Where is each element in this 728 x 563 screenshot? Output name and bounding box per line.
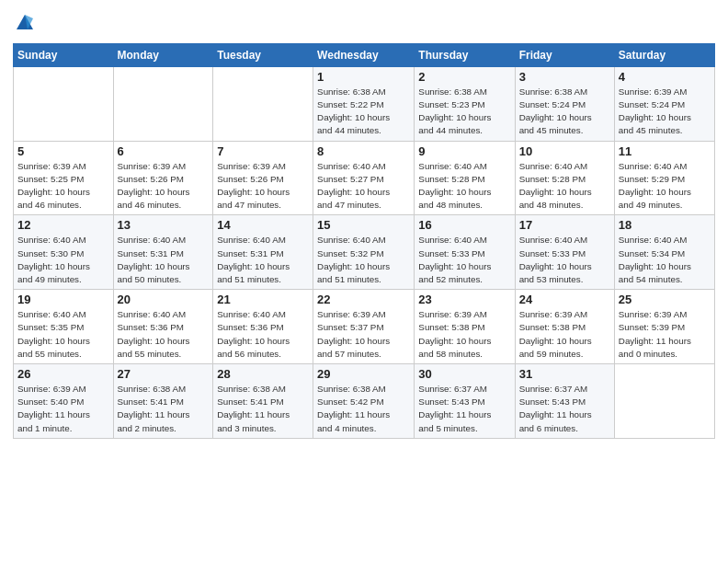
day-number: 19 <box>17 293 109 306</box>
calendar-cell: 3Sunrise: 6:38 AM Sunset: 5:24 PM Daylig… <box>515 66 614 141</box>
day-info: Sunrise: 6:40 AM Sunset: 5:27 PM Dayligh… <box>317 160 410 213</box>
calendar-cell: 28Sunrise: 6:38 AM Sunset: 5:41 PM Dayli… <box>213 364 313 439</box>
day-number: 3 <box>519 70 610 84</box>
day-number: 22 <box>317 293 410 306</box>
calendar-header-row: SundayMondayTuesdayWednesdayThursdayFrid… <box>14 43 715 66</box>
calendar-cell: 14Sunrise: 6:40 AM Sunset: 5:31 PM Dayli… <box>213 215 313 290</box>
calendar-cell: 18Sunrise: 6:40 AM Sunset: 5:34 PM Dayli… <box>614 215 714 290</box>
calendar-cell: 22Sunrise: 6:39 AM Sunset: 5:37 PM Dayli… <box>313 290 415 364</box>
calendar-cell: 9Sunrise: 6:40 AM Sunset: 5:28 PM Daylig… <box>415 141 515 215</box>
logo <box>13 13 35 38</box>
day-info: Sunrise: 6:40 AM Sunset: 5:36 PM Dayligh… <box>217 308 309 361</box>
day-info: Sunrise: 6:38 AM Sunset: 5:23 PM Dayligh… <box>418 86 510 138</box>
day-number: 31 <box>519 367 610 381</box>
day-number: 8 <box>317 144 410 158</box>
header <box>13 9 715 38</box>
calendar-cell <box>14 66 114 141</box>
day-number: 26 <box>17 367 109 381</box>
day-info: Sunrise: 6:38 AM Sunset: 5:41 PM Dayligh… <box>217 383 309 435</box>
calendar-cell: 23Sunrise: 6:39 AM Sunset: 5:38 PM Dayli… <box>415 290 515 364</box>
day-number: 4 <box>619 70 711 84</box>
day-number: 14 <box>217 218 309 232</box>
calendar-cell: 17Sunrise: 6:40 AM Sunset: 5:33 PM Dayli… <box>515 215 614 290</box>
calendar-cell: 12Sunrise: 6:40 AM Sunset: 5:30 PM Dayli… <box>14 215 114 290</box>
calendar-cell: 20Sunrise: 6:40 AM Sunset: 5:36 PM Dayli… <box>113 290 213 364</box>
day-info: Sunrise: 6:40 AM Sunset: 5:34 PM Dayligh… <box>619 234 711 286</box>
weekday-header: Friday <box>515 43 614 66</box>
calendar-cell: 21Sunrise: 6:40 AM Sunset: 5:36 PM Dayli… <box>213 290 313 364</box>
day-info: Sunrise: 6:38 AM Sunset: 5:41 PM Dayligh… <box>118 383 210 435</box>
day-info: Sunrise: 6:39 AM Sunset: 5:39 PM Dayligh… <box>619 308 711 361</box>
day-number: 10 <box>519 144 610 158</box>
calendar-cell: 2Sunrise: 6:38 AM Sunset: 5:23 PM Daylig… <box>415 66 515 141</box>
calendar-cell: 6Sunrise: 6:39 AM Sunset: 5:26 PM Daylig… <box>113 141 213 215</box>
day-number: 6 <box>118 144 210 158</box>
day-number: 18 <box>619 218 711 232</box>
calendar-cell: 1Sunrise: 6:38 AM Sunset: 5:22 PM Daylig… <box>313 66 415 141</box>
calendar-cell <box>113 66 213 141</box>
calendar-cell: 30Sunrise: 6:37 AM Sunset: 5:43 PM Dayli… <box>415 364 515 439</box>
day-info: Sunrise: 6:40 AM Sunset: 5:36 PM Dayligh… <box>118 308 210 361</box>
weekday-header: Thursday <box>415 43 515 66</box>
day-number: 17 <box>519 218 610 232</box>
day-number: 23 <box>418 293 510 306</box>
calendar-week-row: 26Sunrise: 6:39 AM Sunset: 5:40 PM Dayli… <box>14 364 715 439</box>
day-number: 11 <box>619 144 711 158</box>
weekday-header: Wednesday <box>313 43 415 66</box>
weekday-header: Monday <box>113 43 213 66</box>
calendar-cell: 31Sunrise: 6:37 AM Sunset: 5:43 PM Dayli… <box>515 364 614 439</box>
calendar-cell: 10Sunrise: 6:40 AM Sunset: 5:28 PM Dayli… <box>515 141 614 215</box>
calendar-cell: 29Sunrise: 6:38 AM Sunset: 5:42 PM Dayli… <box>313 364 415 439</box>
calendar-cell: 26Sunrise: 6:39 AM Sunset: 5:40 PM Dayli… <box>14 364 114 439</box>
day-number: 13 <box>118 218 210 232</box>
calendar-cell: 7Sunrise: 6:39 AM Sunset: 5:26 PM Daylig… <box>213 141 313 215</box>
calendar-cell <box>614 364 714 439</box>
day-number: 12 <box>17 218 109 232</box>
weekday-header: Saturday <box>614 43 714 66</box>
day-number: 21 <box>217 293 309 306</box>
day-info: Sunrise: 6:40 AM Sunset: 5:31 PM Dayligh… <box>118 234 210 286</box>
calendar-cell: 24Sunrise: 6:39 AM Sunset: 5:38 PM Dayli… <box>515 290 614 364</box>
calendar-cell: 4Sunrise: 6:39 AM Sunset: 5:24 PM Daylig… <box>614 66 714 141</box>
day-info: Sunrise: 6:40 AM Sunset: 5:32 PM Dayligh… <box>317 234 410 286</box>
day-info: Sunrise: 6:39 AM Sunset: 5:26 PM Dayligh… <box>118 160 210 213</box>
day-info: Sunrise: 6:39 AM Sunset: 5:40 PM Dayligh… <box>17 383 109 435</box>
day-number: 15 <box>317 218 410 232</box>
day-number: 28 <box>217 367 309 381</box>
day-number: 24 <box>519 293 610 306</box>
day-info: Sunrise: 6:40 AM Sunset: 5:28 PM Dayligh… <box>418 160 510 213</box>
calendar-cell: 19Sunrise: 6:40 AM Sunset: 5:35 PM Dayli… <box>14 290 114 364</box>
calendar-cell: 16Sunrise: 6:40 AM Sunset: 5:33 PM Dayli… <box>415 215 515 290</box>
calendar-cell: 15Sunrise: 6:40 AM Sunset: 5:32 PM Dayli… <box>313 215 415 290</box>
day-info: Sunrise: 6:39 AM Sunset: 5:38 PM Dayligh… <box>418 308 510 361</box>
day-number: 20 <box>118 293 210 306</box>
day-info: Sunrise: 6:40 AM Sunset: 5:33 PM Dayligh… <box>418 234 510 286</box>
day-number: 16 <box>418 218 510 232</box>
calendar-cell <box>213 66 313 141</box>
day-info: Sunrise: 6:37 AM Sunset: 5:43 PM Dayligh… <box>418 383 510 435</box>
calendar-week-row: 1Sunrise: 6:38 AM Sunset: 5:22 PM Daylig… <box>14 66 715 141</box>
day-info: Sunrise: 6:40 AM Sunset: 5:28 PM Dayligh… <box>519 160 610 213</box>
day-info: Sunrise: 6:38 AM Sunset: 5:24 PM Dayligh… <box>519 86 610 138</box>
day-info: Sunrise: 6:40 AM Sunset: 5:31 PM Dayligh… <box>217 234 309 286</box>
day-info: Sunrise: 6:40 AM Sunset: 5:29 PM Dayligh… <box>619 160 711 213</box>
day-info: Sunrise: 6:39 AM Sunset: 5:38 PM Dayligh… <box>519 308 610 361</box>
calendar-cell: 13Sunrise: 6:40 AM Sunset: 5:31 PM Dayli… <box>113 215 213 290</box>
calendar-week-row: 5Sunrise: 6:39 AM Sunset: 5:25 PM Daylig… <box>14 141 715 215</box>
calendar-cell: 8Sunrise: 6:40 AM Sunset: 5:27 PM Daylig… <box>313 141 415 215</box>
day-number: 29 <box>317 367 410 381</box>
day-info: Sunrise: 6:40 AM Sunset: 5:33 PM Dayligh… <box>519 234 610 286</box>
calendar-cell: 5Sunrise: 6:39 AM Sunset: 5:25 PM Daylig… <box>14 141 114 215</box>
day-number: 7 <box>217 144 309 158</box>
logo-icon <box>15 13 35 33</box>
day-info: Sunrise: 6:38 AM Sunset: 5:42 PM Dayligh… <box>317 383 410 435</box>
calendar-cell: 11Sunrise: 6:40 AM Sunset: 5:29 PM Dayli… <box>614 141 714 215</box>
calendar-cell: 27Sunrise: 6:38 AM Sunset: 5:41 PM Dayli… <box>113 364 213 439</box>
day-number: 30 <box>418 367 510 381</box>
day-number: 5 <box>17 144 109 158</box>
calendar-table: SundayMondayTuesdayWednesdayThursdayFrid… <box>13 43 715 439</box>
day-info: Sunrise: 6:39 AM Sunset: 5:24 PM Dayligh… <box>619 86 711 138</box>
calendar-week-row: 19Sunrise: 6:40 AM Sunset: 5:35 PM Dayli… <box>14 290 715 364</box>
weekday-header: Sunday <box>14 43 114 66</box>
page-container: SundayMondayTuesdayWednesdayThursdayFrid… <box>0 0 728 444</box>
